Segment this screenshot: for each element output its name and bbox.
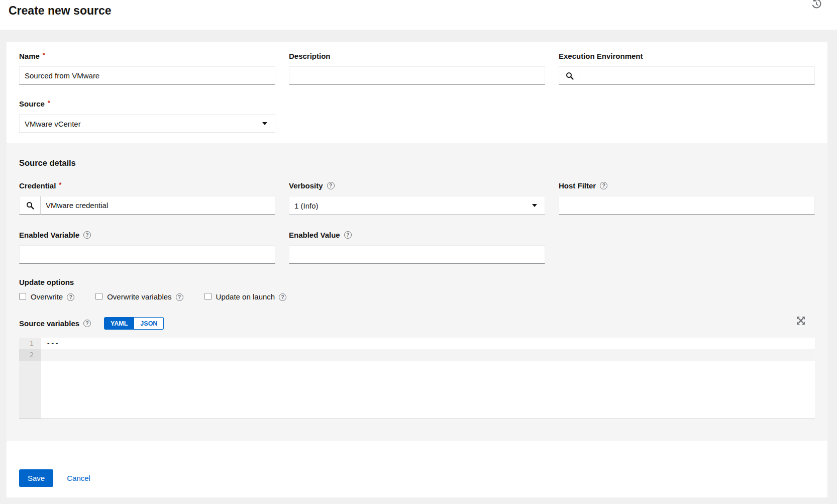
question-circle-icon[interactable]: ? — [344, 231, 352, 239]
update-options-heading: Update options — [19, 278, 815, 286]
question-circle-icon[interactable]: ? — [67, 293, 74, 301]
search-icon[interactable] — [559, 66, 580, 85]
overwrite-variables-checkbox[interactable] — [95, 293, 102, 300]
cancel-button[interactable]: Cancel — [67, 474, 90, 482]
required-asterisk: * — [48, 99, 50, 107]
description-label: Description — [289, 52, 545, 60]
execution-environment-field-group: Execution Environment — [559, 52, 815, 85]
overwrite-option: Overwrite ? — [19, 292, 74, 301]
create-source-form-card: Name * Description Execution Environment — [7, 42, 827, 497]
page-title: Create new source — [0, 0, 837, 18]
source-details-heading: Source details — [19, 158, 815, 168]
source-variables-row: Source variables ? YAML JSON — [19, 317, 815, 330]
expand-arrows-icon[interactable] — [796, 316, 805, 325]
name-input[interactable] — [19, 66, 275, 85]
editor-code-area[interactable]: --- — [41, 338, 815, 419]
variables-format-toggle: YAML JSON — [104, 317, 164, 330]
update-on-launch-option: Update on launch ? — [204, 292, 287, 301]
overwrite-checkbox[interactable] — [19, 293, 26, 300]
question-circle-icon[interactable]: ? — [83, 320, 91, 327]
source-variables-label: Source variables ? — [19, 320, 91, 327]
json-toggle-button[interactable]: JSON — [134, 317, 164, 330]
credential-field-group: Credential * — [19, 182, 275, 215]
caret-down-icon — [532, 204, 537, 207]
question-circle-icon[interactable]: ? — [83, 231, 91, 239]
source-select-value: VMware vCenter — [25, 120, 81, 128]
enabled-variable-input[interactable] — [19, 245, 275, 264]
enabled-value-input[interactable] — [289, 245, 545, 264]
required-asterisk: * — [43, 51, 45, 59]
page-header: Create new source — [0, 0, 837, 30]
source-label: Source * — [19, 100, 275, 108]
description-input[interactable] — [289, 66, 545, 85]
question-circle-icon[interactable]: ? — [600, 182, 607, 189]
question-circle-icon[interactable]: ? — [176, 293, 183, 301]
execution-environment-label: Execution Environment — [559, 52, 815, 60]
source-select[interactable]: VMware vCenter — [19, 114, 275, 133]
update-on-launch-label: Update on launch — [216, 292, 275, 301]
enabled-value-label: Enabled Value ? — [289, 231, 545, 239]
required-asterisk: * — [59, 181, 61, 188]
form-top-section: Name * Description Execution Environment — [7, 42, 827, 143]
credential-label: Credential * — [19, 182, 275, 189]
host-filter-field-group: Host Filter ? — [559, 182, 815, 215]
source-details-section: Source details Credential * — [7, 143, 827, 441]
caret-down-icon — [262, 122, 267, 125]
save-button[interactable]: Save — [19, 469, 53, 487]
line-number: 1 — [19, 338, 41, 349]
source-variables-editor: 1 2 --- — [19, 338, 815, 419]
enabled-variable-field-group: Enabled Variable ? — [19, 231, 275, 264]
enabled-value-field-group: Enabled Value ? — [289, 231, 545, 264]
verbosity-select-value: 1 (Info) — [294, 201, 319, 210]
editor-line-number-gutter: 1 2 — [19, 338, 41, 419]
search-icon[interactable] — [19, 196, 41, 215]
question-circle-icon[interactable]: ? — [279, 293, 286, 301]
name-label: Name * — [19, 52, 275, 60]
editor-line — [41, 349, 815, 361]
editor-line: --- — [41, 338, 815, 349]
execution-environment-input[interactable] — [580, 66, 815, 85]
source-field-group: Source * VMware vCenter — [19, 100, 275, 133]
host-filter-input[interactable] — [559, 196, 815, 215]
overwrite-label: Overwrite — [31, 292, 63, 301]
form-actions: Save Cancel — [7, 441, 827, 487]
line-number: 2 — [19, 349, 41, 361]
overwrite-variables-option: Overwrite variables ? — [95, 292, 183, 301]
verbosity-label: Verbosity ? — [289, 182, 545, 189]
name-field-group: Name * — [19, 52, 275, 85]
yaml-toggle-button[interactable]: YAML — [104, 317, 134, 330]
credential-input[interactable] — [41, 196, 275, 215]
overwrite-variables-label: Overwrite variables — [107, 292, 171, 301]
description-field-group: Description — [289, 52, 545, 85]
verbosity-field-group: Verbosity ? 1 (Info) — [289, 182, 545, 215]
update-on-launch-checkbox[interactable] — [204, 293, 212, 300]
update-options-group: Update options Overwrite ? Overwrite var… — [19, 278, 815, 301]
question-circle-icon[interactable]: ? — [327, 182, 335, 189]
enabled-variable-label: Enabled Variable ? — [19, 231, 275, 239]
history-icon[interactable] — [811, 0, 822, 10]
verbosity-select[interactable]: 1 (Info) — [289, 196, 545, 215]
host-filter-label: Host Filter ? — [559, 182, 815, 189]
